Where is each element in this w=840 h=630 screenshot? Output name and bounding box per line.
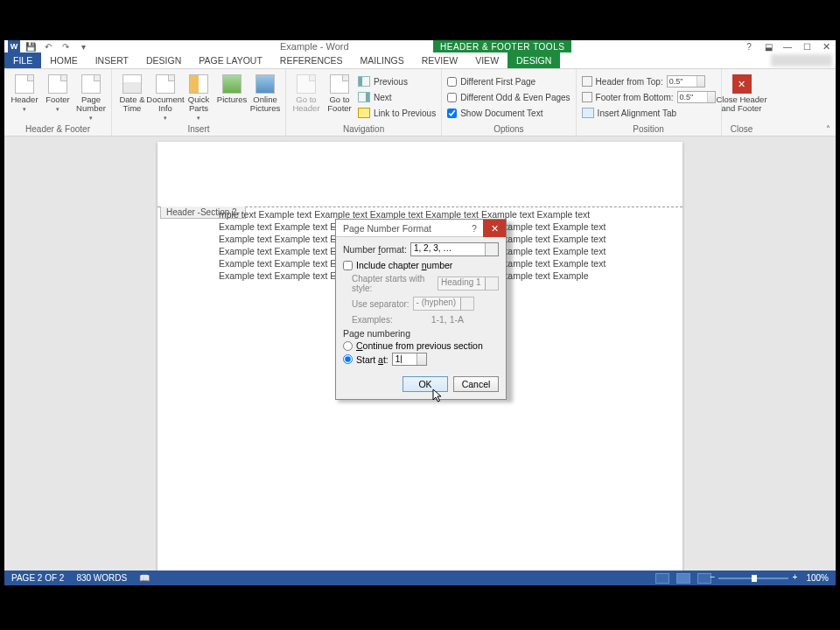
- online-pictures-button[interactable]: Online Pictures: [250, 73, 280, 113]
- separator-select: - (hyphen): [413, 297, 474, 311]
- link-previous-button[interactable]: Link to Previous: [358, 106, 436, 120]
- next-button[interactable]: Next: [358, 90, 436, 104]
- header-from-top-row: Header from Top:0.5": [582, 74, 716, 88]
- contextual-tab-header: HEADER & FOOTER TOOLS: [433, 40, 571, 52]
- alignment-tab-icon: [582, 108, 594, 118]
- group-navigation: Go to Header Go to Footer Previous Next …: [286, 69, 442, 136]
- online-pictures-icon: [256, 74, 275, 94]
- zoom-level[interactable]: 100%: [806, 573, 829, 583]
- goto-footer-button[interactable]: Go to Footer: [325, 73, 354, 113]
- diff-first-page-checkbox[interactable]: Different First Page: [447, 74, 570, 88]
- tab-mailings[interactable]: MAILINGS: [352, 52, 413, 68]
- calendar-icon: [122, 74, 142, 94]
- ok-button[interactable]: OK: [402, 376, 448, 392]
- save-icon[interactable]: 💾: [24, 40, 38, 52]
- separator-label: Use separator:: [352, 299, 410, 309]
- zoom-slider[interactable]: [718, 578, 788, 579]
- footer-from-bottom-row: Footer from Bottom:0.5": [582, 90, 716, 104]
- header-from-top-spinner[interactable]: 0.5": [667, 75, 705, 88]
- page-indicator[interactable]: PAGE 2 OF 2: [11, 573, 64, 583]
- tab-review[interactable]: REVIEW: [413, 52, 466, 68]
- quick-access-toolbar: W 💾 ↶ ↷ ▾: [4, 40, 90, 52]
- tab-hf-design[interactable]: DESIGN: [508, 52, 560, 68]
- ribbon: Header▾ Footer▾ Page Number▾ Header & Fo…: [4, 69, 836, 136]
- qat-dropdown-icon[interactable]: ▾: [76, 40, 90, 52]
- previous-button[interactable]: Previous: [358, 74, 436, 88]
- include-chapter-checkbox[interactable]: Include chapter number: [343, 260, 499, 270]
- cancel-button[interactable]: Cancel: [453, 376, 499, 392]
- group-options: Different First Page Different Odd & Eve…: [442, 69, 576, 136]
- chapter-style-select: Heading 1: [438, 276, 499, 290]
- examples-value: 1-1, 1-A: [431, 314, 464, 325]
- help-icon[interactable]: ?: [739, 40, 759, 52]
- diff-odd-even-checkbox[interactable]: Different Odd & Even Pages: [447, 90, 570, 104]
- dialog-title: Page Number Format ? ✕: [336, 220, 506, 237]
- word-window: W 💾 ↶ ↷ ▾ Example - Word HEADER & FOOTER…: [4, 40, 836, 585]
- number-format-select[interactable]: 1, 2, 3, …: [410, 242, 499, 256]
- group-insert: Date & Time Document Info▾ Quick Parts▾ …: [112, 69, 286, 136]
- close-window-icon[interactable]: ✕: [816, 40, 836, 52]
- page-number-format-dialog: Page Number Format ? ✕ Number format: 1,…: [335, 219, 507, 400]
- window-title: Example - Word: [280, 41, 349, 52]
- dialog-help-icon[interactable]: ?: [466, 220, 483, 237]
- ruler-icon: [582, 92, 592, 102]
- close-hf-icon: [732, 74, 752, 94]
- group-label-insert: Insert: [117, 124, 280, 136]
- group-position: Header from Top:0.5" Footer from Bottom:…: [577, 69, 722, 136]
- status-bar: PAGE 2 OF 2 830 WORDS 📖 100%: [4, 570, 836, 585]
- collapse-ribbon-icon[interactable]: ˄: [826, 124, 830, 134]
- redo-icon[interactable]: ↷: [59, 40, 73, 52]
- page-number-button[interactable]: Page Number▾: [76, 73, 106, 122]
- word-icon: W: [8, 40, 20, 52]
- goto-header-icon: [297, 74, 316, 94]
- tab-file[interactable]: FILE: [4, 52, 41, 68]
- header-icon: [15, 74, 34, 94]
- tab-view[interactable]: VIEW: [466, 52, 508, 68]
- print-layout-icon[interactable]: [676, 573, 690, 584]
- group-label-position: Position: [582, 124, 716, 136]
- header-button[interactable]: Header▾: [10, 73, 39, 113]
- start-at-spinner[interactable]: 1: [392, 353, 427, 366]
- group-header-footer: Header▾ Footer▾ Page Number▾ Header & Fo…: [4, 69, 112, 136]
- group-label-options: Options: [447, 124, 570, 136]
- ruler-icon: [582, 76, 592, 87]
- read-mode-icon[interactable]: [655, 573, 669, 584]
- pictures-button[interactable]: Pictures: [217, 73, 247, 104]
- ribbon-options-icon[interactable]: ⬓: [759, 40, 778, 52]
- word-count[interactable]: 830 WORDS: [76, 573, 127, 583]
- maximize-icon[interactable]: ☐: [797, 40, 816, 52]
- previous-icon: [358, 76, 370, 87]
- tab-insert[interactable]: INSERT: [87, 52, 137, 68]
- document-info-button[interactable]: Document Info▾: [150, 73, 180, 122]
- start-at-radio[interactable]: Start at: 1: [343, 353, 499, 366]
- page-number-icon: [81, 74, 101, 94]
- goto-header-button[interactable]: Go to Header: [291, 73, 321, 113]
- group-close: Close Header and Footer Close: [722, 69, 762, 136]
- next-icon: [358, 92, 370, 102]
- title-bar: W 💾 ↶ ↷ ▾ Example - Word HEADER & FOOTER…: [4, 40, 836, 52]
- show-doc-text-checkbox[interactable]: Show Document Text: [447, 106, 570, 120]
- undo-icon[interactable]: ↶: [41, 40, 55, 52]
- continue-radio[interactable]: Continue from previous section: [343, 340, 499, 351]
- docinfo-icon: [156, 74, 175, 94]
- ribbon-tabs: FILE HOME INSERT DESIGN PAGE LAYOUT REFE…: [4, 52, 836, 69]
- footer-icon: [48, 74, 67, 94]
- insert-alignment-tab-button[interactable]: Insert Alignment Tab: [582, 106, 716, 120]
- proofing-icon[interactable]: 📖: [139, 573, 150, 583]
- tab-design[interactable]: DESIGN: [137, 52, 190, 68]
- account-area[interactable]: [771, 54, 832, 66]
- tab-page-layout[interactable]: PAGE LAYOUT: [190, 52, 271, 68]
- page-numbering-label: Page numbering: [343, 328, 499, 339]
- footer-button[interactable]: Footer▾: [43, 73, 73, 113]
- footer-from-bottom-spinner[interactable]: 0.5": [677, 91, 716, 103]
- quick-parts-button[interactable]: Quick Parts▾: [184, 73, 214, 122]
- quickparts-icon: [189, 74, 208, 94]
- number-format-label: Number format:: [343, 244, 407, 255]
- close-hf-button[interactable]: Close Header and Footer: [727, 73, 757, 113]
- examples-label: Examples:: [352, 315, 393, 325]
- date-time-button[interactable]: Date & Time: [117, 73, 147, 113]
- tab-home[interactable]: HOME: [41, 52, 87, 68]
- tab-references[interactable]: REFERENCES: [271, 52, 352, 68]
- dialog-close-icon[interactable]: ✕: [483, 220, 506, 237]
- minimize-icon[interactable]: —: [778, 40, 797, 52]
